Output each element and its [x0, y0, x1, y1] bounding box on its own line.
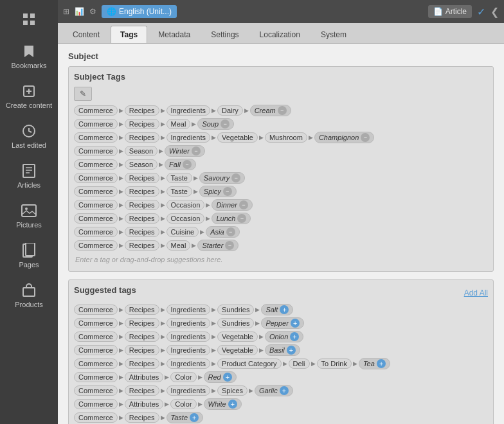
tag-chip[interactable]: Season — [125, 146, 158, 156]
tag-chip[interactable]: Ingredients — [166, 105, 210, 116]
tag-remove-button[interactable]: − — [361, 133, 370, 142]
tag-chip[interactable]: Recipes — [125, 213, 159, 224]
tag-chip-final[interactable]: Savoury− — [199, 172, 245, 184]
tag-chip-final[interactable]: Tea+ — [359, 358, 390, 369]
sidebar-item-pages[interactable]: Pages — [0, 236, 58, 274]
tag-chip[interactable]: Recipes — [125, 132, 159, 143]
tag-chip[interactable]: Commerce — [74, 146, 118, 156]
tag-chip[interactable]: Recipes — [125, 345, 159, 355]
tag-add-button[interactable]: + — [280, 305, 289, 314]
tag-chip[interactable]: Taste — [166, 186, 192, 197]
tab-content[interactable]: Content — [63, 26, 109, 43]
grid-topbar-icon[interactable]: ⊞ — [63, 7, 69, 16]
tag-chip-final[interactable]: Taste+ — [166, 412, 204, 423]
tag-chip[interactable]: Mushroom — [265, 132, 307, 143]
language-selector[interactable]: 🌐 English (Unit...) — [102, 5, 177, 18]
tag-chip-final[interactable]: Spicy− — [199, 186, 237, 197]
tag-remove-button[interactable]: − — [239, 200, 248, 209]
tag-chip[interactable]: Vegetable — [217, 345, 258, 355]
tag-chip-final[interactable]: Lunch− — [212, 213, 251, 224]
tag-chip[interactable]: Recipes — [125, 358, 159, 369]
arrow-left-icon[interactable]: ❮ — [491, 6, 499, 18]
tag-remove-button[interactable]: − — [226, 227, 235, 236]
tag-remove-button[interactable]: − — [223, 187, 232, 196]
tag-chip[interactable]: Commerce — [74, 399, 118, 409]
tag-chip[interactable]: Vegetable — [217, 331, 258, 342]
tag-input-hint[interactable]: Enter a tag or drag-and-drop suggestions… — [74, 253, 488, 266]
tag-chip[interactable]: Recipes — [125, 412, 159, 423]
tag-chip[interactable]: Dairy — [217, 105, 243, 116]
tag-remove-button[interactable]: − — [192, 146, 201, 155]
tag-chip[interactable]: Commerce — [74, 105, 118, 116]
sidebar-item-products[interactable]: Products — [0, 276, 58, 314]
tag-chip-final[interactable]: Salt+ — [261, 304, 293, 315]
tag-chip-final[interactable]: Basil+ — [265, 344, 300, 356]
tag-chip-final[interactable]: Cream− — [250, 105, 291, 116]
tag-add-button[interactable]: + — [228, 400, 237, 409]
sidebar-item-pictures[interactable]: Pictures — [0, 197, 58, 234]
tag-chip[interactable]: Recipes — [125, 331, 159, 342]
tag-remove-button[interactable]: − — [278, 106, 287, 115]
tag-chip[interactable]: Commerce — [74, 213, 118, 224]
tag-add-button[interactable]: + — [287, 346, 296, 355]
tag-remove-button[interactable]: − — [183, 160, 192, 169]
tag-chip[interactable]: Sundries — [217, 305, 254, 315]
tag-chip[interactable]: Ingredients — [166, 305, 210, 315]
settings-topbar-icon[interactable]: ⚙ — [89, 7, 96, 16]
sidebar-item-create[interactable]: Create content — [0, 77, 58, 114]
tag-chip[interactable]: Color — [170, 399, 196, 409]
tag-remove-button[interactable]: − — [225, 241, 234, 250]
tag-chip[interactable]: Commerce — [74, 159, 118, 170]
tag-chip[interactable]: Commerce — [74, 200, 118, 210]
tag-chip[interactable]: Ingredients — [166, 318, 210, 328]
tag-chip[interactable]: Ingredients — [166, 331, 210, 342]
tag-chip[interactable]: Ingredients — [166, 358, 210, 369]
chart-topbar-icon[interactable]: 📊 — [75, 7, 84, 16]
tag-chip[interactable]: Meal — [166, 119, 191, 129]
tag-chip-final[interactable]: Champignon− — [314, 132, 374, 143]
tag-chip[interactable]: Recipes — [125, 305, 159, 315]
tag-chip[interactable]: Commerce — [74, 372, 118, 382]
tag-chip-final[interactable]: Winter− — [165, 145, 205, 157]
tag-chip-final[interactable]: Pepper+ — [261, 317, 303, 329]
check-icon[interactable]: ✓ — [477, 6, 485, 18]
tag-remove-button[interactable]: − — [221, 119, 230, 128]
tag-chip[interactable]: Recipes — [125, 385, 159, 396]
tag-remove-button[interactable]: − — [231, 173, 240, 182]
edit-tags-button[interactable]: ✎ — [74, 87, 92, 101]
tag-chip-final[interactable]: Soup− — [197, 118, 234, 130]
tag-chip[interactable]: Occasion — [166, 213, 205, 224]
tag-chip[interactable]: Commerce — [74, 412, 118, 423]
tag-chip[interactable]: Commerce — [74, 132, 118, 143]
tag-chip[interactable]: Occasion — [166, 200, 205, 210]
tag-chip[interactable]: Season — [125, 159, 158, 170]
sidebar-item-last-edited[interactable]: Last edited — [0, 117, 58, 154]
tag-chip-final[interactable]: Garlic+ — [255, 385, 293, 396]
tag-chip[interactable]: Attributes — [125, 372, 163, 382]
tag-chip-final[interactable]: Dinner− — [212, 199, 252, 211]
tag-chip[interactable]: Commerce — [74, 358, 118, 369]
tag-chip[interactable]: Recipes — [125, 200, 159, 210]
tag-chip[interactable]: Commerce — [74, 305, 118, 315]
tag-chip[interactable]: Recipes — [125, 318, 159, 328]
tag-chip[interactable]: Commerce — [74, 186, 118, 197]
tag-chip-final[interactable]: White+ — [204, 398, 242, 410]
tag-chip-final[interactable]: Fall− — [165, 159, 196, 170]
tag-chip[interactable]: Commerce — [74, 119, 118, 129]
tag-chip[interactable]: Ingredients — [166, 132, 210, 143]
tag-chip[interactable]: Spices — [217, 385, 248, 396]
tag-chip-final[interactable]: Onion+ — [265, 331, 303, 342]
add-all-button[interactable]: Add All — [464, 288, 488, 297]
tag-chip[interactable]: Commerce — [74, 331, 118, 342]
tag-add-button[interactable]: + — [291, 319, 300, 328]
tab-settings[interactable]: Settings — [201, 26, 248, 43]
tab-tags[interactable]: Tags — [111, 26, 147, 43]
tag-chip[interactable]: Attributes — [125, 399, 163, 409]
tag-chip[interactable]: Product Category — [217, 358, 282, 369]
tag-chip[interactable]: Ingredients — [166, 385, 210, 396]
tag-add-button[interactable]: + — [290, 332, 299, 341]
tag-chip[interactable]: Commerce — [74, 227, 118, 237]
tag-chip[interactable]: Ingredients — [166, 345, 210, 355]
tag-chip-final[interactable]: Asia− — [206, 226, 239, 238]
tag-chip[interactable]: Recipes — [125, 227, 159, 237]
